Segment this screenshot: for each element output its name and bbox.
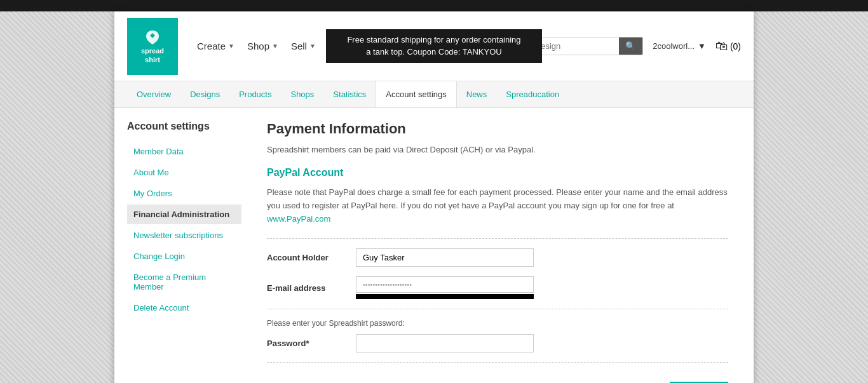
- create-arrow: ▼: [228, 43, 234, 50]
- subnav-spreaducation[interactable]: Spreaducation: [496, 81, 569, 107]
- divider-bottom: [267, 362, 728, 363]
- shop-arrow: ▼: [272, 43, 278, 50]
- header: spreadshirt Create ▼ Shop ▼ Sell ▼ Free …: [114, 11, 754, 81]
- subnav-account-settings[interactable]: Account settings: [376, 81, 456, 107]
- sidebar-item-about-me: About Me: [127, 163, 241, 182]
- sidebar-link-change-login[interactable]: Change Login: [127, 246, 241, 266]
- subnav-news[interactable]: News: [457, 81, 497, 107]
- sidebar-link-member-data[interactable]: Member Data: [127, 142, 241, 161]
- promo-banner: Free standard shipping for any order con…: [326, 29, 542, 62]
- shop-nav[interactable]: Shop ▼: [247, 41, 278, 51]
- email-input-wrapper: [356, 276, 534, 299]
- account-holder-input[interactable]: [356, 248, 534, 267]
- sidebar-link-premium[interactable]: Become a Premium Member: [127, 267, 241, 297]
- logo-text: spreadshirt: [141, 47, 164, 64]
- content-area: Account settings Member Data About Me My…: [114, 108, 754, 383]
- sidebar: Account settings Member Data About Me My…: [127, 121, 241, 383]
- account-holder-row: Account Holder: [267, 248, 728, 267]
- search-icon: 🔍: [625, 41, 636, 51]
- password-row: Password*: [267, 334, 728, 353]
- paypal-link[interactable]: www.PayPal.com: [267, 214, 330, 224]
- sell-arrow: ▼: [309, 43, 316, 50]
- sidebar-link-financial[interactable]: Financial Administration: [127, 205, 241, 224]
- sidebar-item-my-orders: My Orders: [127, 184, 241, 203]
- email-redaction-bar: [356, 294, 534, 299]
- sidebar-menu: Member Data About Me My Orders Financial…: [127, 142, 241, 318]
- password-label: Password*: [267, 339, 356, 348]
- sidebar-item-premium: Become a Premium Member: [127, 267, 241, 297]
- main-wrapper: spreadshirt Create ▼ Shop ▼ Sell ▼ Free …: [114, 11, 754, 383]
- cart[interactable]: 🛍 (0): [715, 39, 741, 53]
- username-label: 2coolworl...: [653, 41, 695, 51]
- main-nav: Create ▼ Shop ▼ Sell ▼: [197, 41, 316, 51]
- page-title: Payment Information: [267, 121, 728, 137]
- password-input[interactable]: [356, 334, 534, 353]
- password-notice: Please enter your Spreadshirt password:: [267, 319, 728, 328]
- sidebar-link-delete[interactable]: Delete Account: [127, 298, 241, 318]
- account-holder-label: Account Holder: [267, 253, 356, 262]
- search-button[interactable]: 🔍: [619, 37, 642, 55]
- main-content: Payment Information Spreadshirt members …: [254, 121, 741, 383]
- subnav-overview[interactable]: Overview: [127, 81, 180, 107]
- user-arrow-icon: ▼: [698, 41, 706, 51]
- cart-count: (0): [730, 41, 741, 51]
- top-bar: [0, 0, 868, 11]
- subnav-shops[interactable]: Shops: [281, 81, 323, 107]
- create-nav[interactable]: Create ▼: [197, 41, 234, 51]
- divider-top: [267, 238, 728, 239]
- user-menu[interactable]: 2coolworl... ▼: [653, 41, 706, 51]
- subnav-designs[interactable]: Designs: [180, 81, 229, 107]
- divider-password: [267, 309, 728, 309]
- save-area: Save: [267, 375, 728, 383]
- sell-nav[interactable]: Sell ▼: [291, 41, 316, 51]
- email-label: E-mail address: [267, 283, 356, 293]
- paypal-info-text: Please note that PayPal does charge a sm…: [267, 186, 728, 225]
- email-input[interactable]: [356, 276, 534, 293]
- sidebar-link-my-orders[interactable]: My Orders: [127, 184, 241, 203]
- cart-icon: 🛍: [715, 39, 728, 53]
- email-row: E-mail address: [267, 276, 728, 299]
- sidebar-item-member-data: Member Data: [127, 142, 241, 161]
- sidebar-item-change-login: Change Login: [127, 246, 241, 266]
- sidebar-item-newsletter: Newsletter subscriptions: [127, 225, 241, 245]
- sidebar-item-financial: Financial Administration: [127, 205, 241, 224]
- paypal-section-title: PayPal Account: [267, 167, 728, 178]
- subnav-products[interactable]: Products: [229, 81, 281, 107]
- logo[interactable]: spreadshirt: [127, 18, 178, 75]
- subnav-statistics[interactable]: Statistics: [323, 81, 376, 107]
- sidebar-link-about-me[interactable]: About Me: [127, 163, 241, 182]
- sidebar-link-newsletter[interactable]: Newsletter subscriptions: [127, 225, 241, 245]
- sidebar-title: Account settings: [127, 121, 241, 132]
- sidebar-item-delete: Delete Account: [127, 298, 241, 318]
- page-description: Spreadshirt members can be paid via Dire…: [267, 145, 728, 154]
- sub-nav: Overview Designs Products Shops Statisti…: [114, 81, 754, 108]
